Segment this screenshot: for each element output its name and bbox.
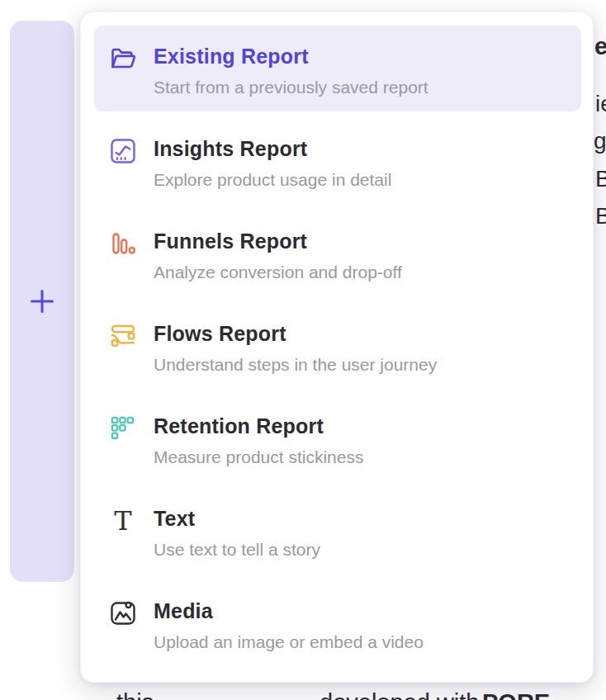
background-text-fragment: B [595,166,606,192]
background-text-fragment: gE [594,128,606,154]
menu-item-description: Start from a previously saved report [154,77,428,98]
add-report-menu: Existing Report Start from a previously … [80,12,594,683]
add-button[interactable] [30,289,54,314]
add-content-strip [10,21,74,582]
background-text-fragment: B [595,203,606,229]
menu-item-description: Measure product stickiness [154,447,363,468]
menu-item-funnels-report[interactable]: Funnels Report Analyze conversion and dr… [94,210,581,296]
menu-item-description: Upload an image or embed a video [154,631,424,653]
menu-item-title: Retention Report [154,414,363,438]
menu-item-flows-report[interactable]: Flows Report Understand steps in the use… [94,303,581,389]
menu-item-description: Use text to tell a story [154,539,320,560]
menu-item-existing-report[interactable]: Existing Report Start from a previously … [94,26,581,111]
retention-grid-icon [108,414,138,443]
background-text-fragment: developed with [320,689,479,700]
menu-item-media[interactable]: Media Upload an image or embed a video [94,580,581,666]
background-text-fragment: ie [595,91,606,117]
plus-icon [30,289,54,314]
text-icon: T [108,506,138,536]
menu-item-title: Text [154,506,320,531]
funnel-bars-icon [108,229,138,258]
background-text-fragment: PORE [482,689,550,700]
svg-text:T: T [114,506,132,536]
menu-item-title: Flows Report [154,321,437,346]
menu-item-text[interactable]: T Text Use text to tell a story [94,488,581,574]
folder-open-icon [108,44,138,73]
screen: ex ie gE B B this developed with PORE [0,0,606,700]
background-text-fragment: ex [594,33,606,60]
background-text-fragment: this [116,689,154,700]
menu-item-retention-report[interactable]: Retention Report Measure product stickin… [94,395,581,481]
menu-item-description: Understand steps in the user journey [154,354,437,376]
menu-item-title: Insights Report [154,136,391,161]
menu-item-title: Funnels Report [154,229,402,253]
media-image-icon [108,598,138,628]
menu-item-title: Media [154,598,424,623]
flows-icon [108,321,138,351]
menu-item-description: Explore product usage in detail [154,169,391,191]
menu-item-title: Existing Report [154,44,428,69]
menu-item-description: Analyze conversion and drop-off [154,262,402,283]
menu-item-insights-report[interactable]: Insights Report Explore product usage in… [94,118,581,204]
insights-chart-icon [108,136,138,166]
